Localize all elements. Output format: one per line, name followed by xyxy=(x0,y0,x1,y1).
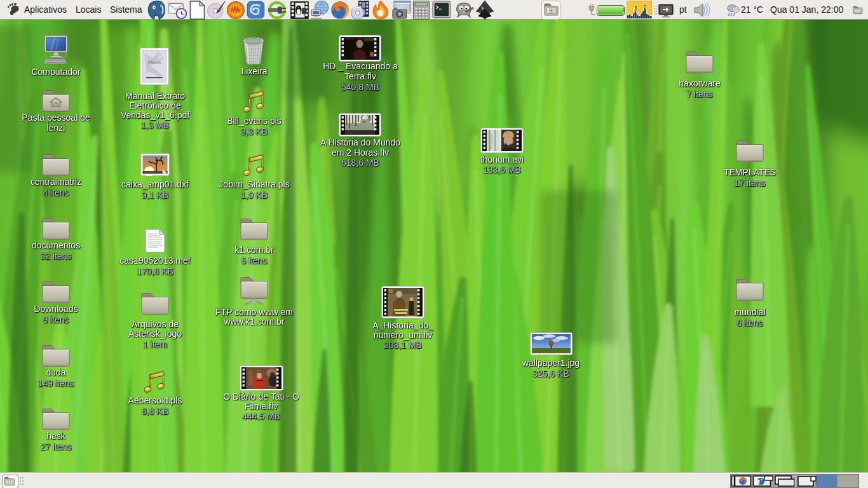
svg-text:Elavon: Elavon xyxy=(148,60,161,65)
